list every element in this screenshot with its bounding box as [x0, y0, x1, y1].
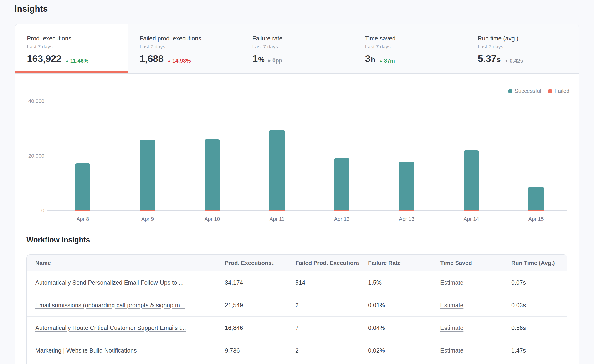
kpi-tab-time-saved[interactable]: Time savedLast 7 days3h▲37m: [353, 24, 466, 73]
workflow-insights-table: NameProd. Executions↓Failed Prod. Execut…: [27, 254, 567, 364]
cell-name: Automatically Send Personalized Email Fo…: [27, 271, 216, 294]
table-header-row: NameProd. Executions↓Failed Prod. Execut…: [27, 255, 567, 271]
column-header-time-saved[interactable]: Time Saved: [432, 255, 503, 271]
kpi-trend: ▲37m: [379, 58, 395, 64]
kpi-value: 5.37: [478, 53, 496, 64]
cell-empty: [287, 362, 359, 364]
cell-failure-rate: 0.02%: [359, 339, 432, 362]
trend-up-icon: ▲: [167, 59, 171, 63]
kpi-tabs-strip: Prod. executionsLast 7 days163,922▲11.46…: [15, 24, 579, 74]
cell-run-time-avg: 0.03s: [503, 294, 567, 317]
kpi-trend: ▲11.46%: [65, 58, 89, 64]
kpi-tab-prod-executions[interactable]: Prod. executionsLast 7 days163,922▲11.46…: [15, 24, 128, 73]
bar-segment-failed: [75, 210, 90, 211]
trend-up-icon: ▲: [65, 59, 69, 63]
estimate-link[interactable]: Estimate: [440, 324, 463, 331]
column-header-prod-executions[interactable]: Prod. Executions↓: [216, 255, 287, 271]
estimate-link[interactable]: Estimate: [440, 347, 463, 354]
cell-failed-prod-executions: 7: [287, 317, 359, 339]
trend-flat-icon: ▶: [268, 58, 271, 63]
bar-segment-successful: [528, 186, 544, 210]
kpi-value-row: 1%▶0pp: [252, 53, 353, 64]
cell-run-time-avg: 0.07s: [503, 271, 567, 294]
legend-swatch-icon: [548, 89, 552, 93]
chart-bar-apr-14: [464, 150, 479, 211]
kpi-value-row: 163,922▲11.46%: [27, 53, 128, 64]
chart-bar-apr-8: [75, 163, 90, 211]
kpi-value-unit: %: [258, 55, 265, 64]
table-row: Automatically Send Personalized Email Fo…: [27, 271, 567, 294]
cell-time-saved: Estimate: [432, 317, 503, 339]
column-header-name[interactable]: Name: [27, 255, 216, 271]
cell-empty: [359, 362, 432, 364]
chart-bar-apr-15: [528, 186, 544, 211]
cell-failed-prod-executions: 2: [287, 339, 359, 362]
chart-bar-apr-13: [399, 161, 414, 211]
x-axis-tick-label: Apr 14: [452, 216, 490, 222]
legend-label: Failed: [554, 88, 569, 94]
kpi-period: Last 7 days: [365, 44, 466, 50]
x-axis-tick-label: Apr 13: [388, 216, 426, 222]
cell-failure-rate: 0.01%: [359, 294, 432, 317]
trend-up-icon: ▲: [379, 59, 383, 63]
kpi-period: Last 7 days: [478, 44, 579, 50]
bar-segment-failed: [334, 210, 350, 211]
legend-swatch-icon: [508, 89, 512, 93]
estimate-link[interactable]: Estimate: [440, 279, 463, 286]
legend-label: Successful: [515, 88, 541, 94]
kpi-tab-failure-rate[interactable]: Failure rateLast 7 days1%▶0pp: [241, 24, 353, 73]
bar-segment-successful: [204, 139, 220, 210]
column-header-run-time-avg[interactable]: Run Time (Avg.): [503, 255, 567, 271]
table-row-partial: [27, 362, 567, 364]
kpi-value-row: 5.37s▼0.42s: [478, 53, 579, 64]
workflow-name-link[interactable]: Automatically Send Personalized Email Fo…: [35, 279, 184, 286]
kpi-tab-run-time-avg[interactable]: Run time (avg.)Last 7 days5.37s▼0.42s: [466, 24, 579, 73]
x-axis-tick-label: Apr 15: [517, 216, 555, 222]
cell-failed-prod-executions: 514: [287, 271, 359, 294]
legend-item-failed[interactable]: Failed: [548, 88, 569, 94]
cell-prod-executions: 9,736: [216, 339, 287, 362]
bar-segment-successful: [334, 158, 350, 210]
legend-item-successful[interactable]: Successful: [508, 88, 541, 94]
kpi-value-row: 3h▲37m: [365, 53, 466, 64]
bar-segment-successful: [75, 163, 90, 210]
workflow-name-link[interactable]: Email sumissions (onboarding call prompt…: [35, 302, 185, 309]
chart-bar-apr-9: [140, 140, 155, 211]
column-header-failed-prod-executions[interactable]: Failed Prod. Executions: [287, 255, 359, 271]
chart-bar-apr-11: [269, 130, 285, 211]
gridline: [47, 156, 567, 156]
cell-empty: [216, 362, 287, 364]
gridline: [47, 101, 567, 101]
cell-run-time-avg: 0.56s: [503, 317, 567, 339]
cell-failure-rate: 1.5%: [359, 271, 432, 294]
bar-segment-successful: [399, 161, 414, 210]
kpi-value: 3: [365, 53, 370, 64]
cell-failure-rate: 0.04%: [359, 317, 432, 339]
bar-segment-failed: [269, 210, 285, 211]
bar-segment-failed: [399, 210, 414, 211]
column-header-failure-rate[interactable]: Failure Rate: [359, 255, 432, 271]
workflow-name-link[interactable]: Automatically Route Critical Customer Su…: [35, 324, 186, 331]
cell-empty: [432, 362, 503, 364]
kpi-label: Time saved: [365, 35, 466, 42]
kpi-value-row: 1,688▲14.93%: [140, 53, 241, 64]
kpi-period: Last 7 days: [140, 44, 241, 50]
page-title: Insights: [14, 4, 48, 14]
bar-segment-successful: [269, 130, 285, 210]
chart-legend: SuccessfulFailed: [501, 88, 569, 94]
cell-failed-prod-executions: 2: [287, 294, 359, 317]
estimate-link[interactable]: Estimate: [440, 302, 463, 309]
kpi-period: Last 7 days: [27, 44, 128, 50]
cell-name: Email sumissions (onboarding call prompt…: [27, 294, 216, 317]
kpi-tab-failed-prod-executions[interactable]: Failed prod. executionsLast 7 days1,688▲…: [128, 24, 241, 73]
bar-segment-successful: [140, 140, 155, 210]
kpi-label: Run time (avg.): [478, 35, 579, 42]
workflow-name-link[interactable]: Marketing | Website Build Notifications: [35, 347, 137, 354]
trend-down-icon: ▼: [505, 59, 508, 63]
cell-prod-executions: 16,846: [216, 317, 287, 339]
cell-run-time-avg: 1.47s: [503, 339, 567, 362]
bar-segment-failed: [464, 210, 479, 211]
chart-bar-apr-10: [204, 139, 220, 211]
table-row: Email sumissions (onboarding call prompt…: [27, 294, 567, 317]
cell-name: Automatically Route Critical Customer Su…: [27, 317, 216, 339]
